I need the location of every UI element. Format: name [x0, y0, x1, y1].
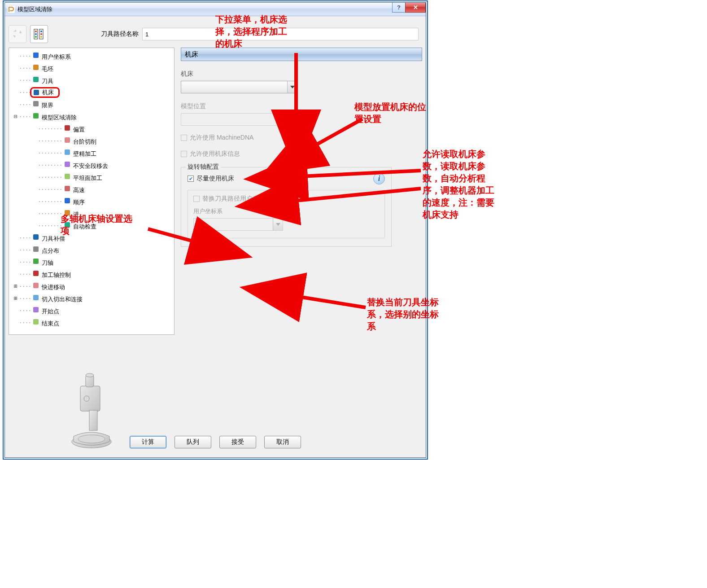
tree-item[interactable]: ····点分布	[9, 244, 174, 256]
tree-item[interactable]: ········不安全段移去	[9, 159, 174, 171]
svg-rect-14	[65, 125, 70, 131]
prefer-machine-row[interactable]: ✔ 尽量使用机床	[188, 175, 373, 183]
tree-node-icon	[63, 160, 71, 168]
tree-dots: ····	[19, 101, 31, 108]
tree-dots: ····	[19, 283, 31, 290]
svg-rect-16	[65, 149, 70, 155]
user-wcs-select[interactable]	[193, 218, 283, 231]
tree-node-label: 限界	[42, 102, 53, 109]
allow-machinedna-row[interactable]: 允许使用 MachineDNA	[181, 134, 422, 142]
svg-rect-21	[65, 210, 70, 215]
tree-node-label: 机床	[42, 88, 54, 97]
model-pos-select[interactable]	[181, 113, 297, 126]
tree-node-icon	[32, 112, 40, 120]
tree-item[interactable]: ········顺序	[9, 195, 174, 207]
svg-rect-27	[33, 283, 39, 288]
tree-dots: ····	[19, 65, 31, 71]
tree-dots: ········	[38, 222, 62, 229]
svg-point-7	[40, 36, 42, 38]
tree-expander-icon[interactable]: ⊞	[13, 295, 19, 302]
tree-node-label: 毛坯	[42, 66, 53, 72]
tree-item[interactable]: ····毛坯	[9, 62, 174, 74]
close-button[interactable]: ✕	[405, 3, 426, 13]
tree-node-label: 用户坐标系	[42, 53, 71, 60]
tree-node-label: 顺序	[73, 199, 85, 206]
tree-dots: ····	[19, 77, 31, 83]
tree[interactable]: ····用户坐标系····毛坯····刀具····机床····限界⊟····模型…	[9, 50, 174, 329]
tree-dots: ····	[19, 234, 31, 241]
tree-item[interactable]: ⊞····切入切出和连接	[9, 292, 174, 304]
queue-button[interactable]: 队列	[175, 436, 211, 448]
svg-rect-9	[33, 65, 39, 70]
calculate-button[interactable]: 计算	[130, 436, 166, 448]
tree-node-label: 刀轴	[42, 259, 53, 266]
tree-node-label: 点分布	[42, 247, 59, 254]
svg-rect-11	[34, 90, 39, 95]
tree-item[interactable]: ····用户坐标系	[9, 50, 174, 62]
tree-item[interactable]: ········壁精加工	[9, 147, 174, 159]
svg-point-2	[35, 31, 37, 32]
dialog-window: 模型区域清除 ? ✕ 刀具路径名称	[4, 2, 426, 458]
rotary-group-title: 旋转轴配置	[186, 163, 221, 171]
svg-rect-15	[65, 137, 70, 143]
chevron-down-icon	[273, 219, 283, 230]
tree-node-label: 台阶切削	[73, 138, 96, 145]
tree-node-icon	[32, 306, 40, 314]
tree-node-icon	[63, 184, 71, 193]
svg-rect-17	[65, 162, 70, 167]
prefer-machine-label: 尽量使用机床	[196, 175, 234, 183]
titlebar: 模型区域清除 ? ✕	[5, 3, 426, 16]
tree-item[interactable]: ⊞····快进移动	[9, 280, 174, 292]
tree-item[interactable]: ····结束点	[9, 316, 174, 329]
chevron-down-icon	[287, 114, 297, 125]
tree-item[interactable]: ········进	[9, 207, 174, 219]
tree-item[interactable]: ····刀具补偿	[9, 232, 174, 244]
tree-node-icon	[63, 172, 71, 180]
tree-item[interactable]: ········平坦面加工	[9, 171, 174, 183]
tree-item[interactable]: ····开始点	[9, 304, 174, 316]
app-icon	[8, 6, 15, 13]
tree-node-label: 不安全段移去	[73, 162, 108, 169]
allow-machinedna-label: 允许使用 MachineDNA	[190, 134, 253, 142]
tree-dots: ····	[19, 319, 31, 326]
tree-item[interactable]: ········台阶切削	[9, 135, 174, 147]
svg-rect-24	[33, 246, 39, 252]
tree-dots: ····	[19, 113, 31, 120]
tree-node-label: 加工轴控制	[42, 272, 71, 278]
tree-expander-icon[interactable]: ⊟	[13, 113, 19, 120]
svg-rect-26	[33, 271, 39, 276]
svg-rect-29	[33, 307, 39, 312]
tree-item[interactable]: ····刀轴	[9, 256, 174, 268]
tree-item[interactable]: ········偏置	[9, 123, 174, 135]
info-button[interactable]: i	[373, 173, 385, 184]
machine-select[interactable]	[181, 81, 297, 93]
tree-item[interactable]: ········自动检查	[9, 219, 174, 232]
allow-machine-info-row[interactable]: 允许使用机床信息	[181, 150, 422, 158]
tree-node-label: 刀具	[42, 78, 53, 84]
tree-item[interactable]: ····机床	[9, 86, 174, 98]
machine-label: 机床	[181, 70, 422, 78]
user-wcs-label: 用户坐标系	[193, 207, 379, 215]
replace-wcs-row[interactable]: 替换刀具路径用户坐标系	[193, 195, 379, 203]
tree-item[interactable]: ····加工轴控制	[9, 268, 174, 280]
strategy-icon[interactable]	[30, 25, 48, 43]
cancel-button[interactable]: 取消	[264, 436, 301, 448]
checkbox-checked-icon: ✔	[188, 176, 194, 182]
tree-node-icon	[32, 75, 40, 83]
tree-dots: ········	[38, 162, 62, 168]
tree-expander-icon[interactable]: ⊞	[13, 283, 19, 290]
recycle-icon[interactable]	[9, 25, 26, 43]
tree-node-icon	[32, 281, 40, 290]
tree-item[interactable]: ⊟····模型区域清除	[9, 110, 174, 123]
path-name-input[interactable]	[142, 28, 419, 40]
svg-rect-22	[65, 222, 70, 228]
tree-item[interactable]: ········高速	[9, 183, 174, 195]
help-button[interactable]: ?	[392, 3, 406, 13]
window-title: 模型区域清除	[17, 5, 52, 13]
tree-item[interactable]: ····刀具	[9, 74, 174, 86]
tree-node-icon	[32, 318, 40, 326]
svg-rect-13	[33, 113, 39, 118]
svg-point-36	[84, 396, 89, 401]
tree-item[interactable]: ····限界	[9, 98, 174, 110]
accept-button[interactable]: 接受	[219, 436, 256, 448]
